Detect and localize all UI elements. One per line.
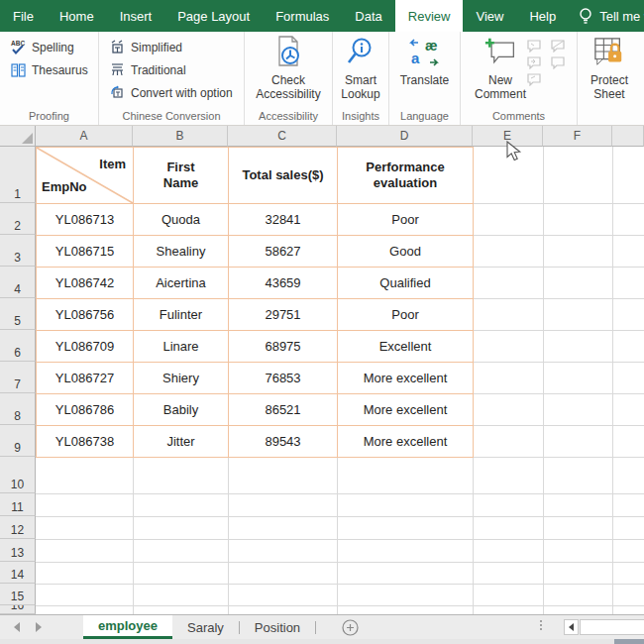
spelling-button[interactable]: ABC Spelling — [8, 38, 90, 56]
sheet-nav-right-icon[interactable] — [36, 622, 42, 632]
cell-b9[interactable]: Jitter — [134, 426, 229, 458]
simplified-button[interactable]: Simplified — [107, 38, 235, 56]
cell-c1[interactable]: Total sales($) — [229, 148, 338, 204]
row-header-4[interactable]: 4 — [0, 267, 36, 298]
menu-tab-formulas[interactable]: Formulas — [263, 0, 342, 32]
cell-c8[interactable]: 86521 — [229, 394, 338, 426]
column-header-e[interactable]: E — [473, 126, 543, 147]
new-sheet-button[interactable] — [342, 619, 359, 636]
menu-tab-data[interactable]: Data — [342, 0, 394, 32]
cell-a7[interactable]: YL086727 — [37, 363, 134, 394]
row-header-1[interactable]: 1 — [0, 147, 36, 203]
row-header-15[interactable]: 15 — [0, 584, 36, 605]
column-header-c[interactable]: C — [228, 126, 337, 147]
cell-b3[interactable]: Shealiny — [134, 236, 229, 268]
row-header-9[interactable]: 9 — [0, 425, 36, 457]
row-header-6[interactable]: 6 — [0, 330, 36, 362]
sheet-tab-position[interactable]: Position — [240, 615, 315, 639]
row-header-8[interactable]: 8 — [0, 393, 36, 425]
delete-comment-icon[interactable] — [526, 40, 542, 53]
cell-d1[interactable]: Performance evaluation — [338, 148, 474, 204]
select-all-button[interactable] — [0, 126, 36, 147]
cell-c3[interactable]: 58627 — [229, 236, 338, 268]
thesaurus-button[interactable]: Thesaurus — [8, 60, 90, 79]
show-all-comments-icon[interactable] — [526, 73, 542, 86]
cell-a4[interactable]: YL086742 — [37, 268, 134, 299]
menu-tab-review[interactable]: Review — [395, 0, 464, 32]
cell-b5[interactable]: Fulinter — [134, 299, 229, 331]
next-comment-icon[interactable] — [526, 56, 542, 69]
cell-a8[interactable]: YL086786 — [37, 394, 134, 426]
column-header-d[interactable]: D — [337, 126, 473, 147]
column-header-f[interactable]: F — [543, 126, 612, 147]
column-header-partial[interactable] — [612, 126, 644, 147]
cell-c4[interactable]: 43659 — [229, 268, 338, 299]
convert-with-option-button[interactable]: Convert with option — [107, 83, 235, 102]
translate-button[interactable]: æ a Translate — [400, 36, 450, 87]
menu-tab-help[interactable]: Help — [516, 0, 569, 32]
menu-tabs: FileHomeInsertPage LayoutFormulasDataRev… — [0, 0, 569, 32]
cell-b1[interactable]: First Name — [134, 148, 229, 204]
new-comment-button[interactable]: New Comment — [475, 36, 526, 101]
cell-d6[interactable]: Excellent — [338, 331, 474, 363]
comment-small-buttons — [526, 40, 572, 86]
sheetbar-resize-handle[interactable] — [540, 620, 542, 630]
row-header-14[interactable]: 14 — [0, 562, 36, 584]
menu-tab-view[interactable]: View — [463, 0, 516, 32]
row-header-3[interactable]: 3 — [0, 235, 36, 267]
sheet-nav-left-icon[interactable] — [14, 622, 20, 632]
row-header-5[interactable]: 5 — [0, 298, 36, 330]
cell-c5[interactable]: 29751 — [229, 299, 338, 331]
button-label-line1: Protect — [590, 73, 628, 87]
row-header-7[interactable]: 7 — [0, 362, 36, 393]
cell-b6[interactable]: Linare — [134, 331, 229, 363]
previous-comment-icon[interactable] — [550, 40, 566, 53]
check-accessibility-icon — [272, 36, 304, 69]
sheet-tab-saraly[interactable]: Saraly — [172, 615, 239, 639]
menu-tab-page-layout[interactable]: Page Layout — [164, 0, 263, 32]
menu-tab-file[interactable]: File — [0, 0, 47, 32]
menu-tab-home[interactable]: Home — [47, 0, 107, 32]
cell-b2[interactable]: Quoda — [134, 204, 229, 236]
cell-b7[interactable]: Shiery — [134, 363, 229, 394]
column-header-b[interactable]: B — [133, 126, 228, 147]
cell-a1[interactable]: ItemEmpNo — [37, 148, 134, 204]
cell-d7[interactable]: More excellent — [338, 363, 474, 394]
cell-c7[interactable]: 76853 — [229, 363, 338, 394]
cell-a5[interactable]: YL086756 — [37, 299, 134, 331]
cell-a6[interactable]: YL086709 — [37, 331, 134, 363]
row-header-12[interactable]: 12 — [0, 516, 36, 539]
smart-lookup-button[interactable]: Smart Lookup — [341, 36, 379, 101]
cell-a2[interactable]: YL086713 — [37, 204, 134, 236]
hscroll-track[interactable] — [580, 619, 644, 635]
cell-a3[interactable]: YL086715 — [37, 236, 134, 268]
row-header-13[interactable]: 13 — [0, 539, 36, 562]
row-header-11[interactable]: 11 — [0, 493, 36, 516]
check-accessibility-button[interactable]: Check Accessibility — [256, 36, 320, 101]
cell-d4[interactable]: Qualified — [338, 268, 474, 299]
cell-b4[interactable]: Aicertina — [134, 268, 229, 299]
row-header-16[interactable]: 16 — [0, 605, 36, 614]
tell-me-box[interactable]: Tell me w — [569, 0, 644, 32]
hscroll-left-button[interactable] — [564, 619, 579, 635]
cell-d5[interactable]: Poor — [338, 299, 474, 331]
cell-d2[interactable]: Poor — [338, 204, 474, 236]
cell-c9[interactable]: 89543 — [229, 426, 338, 458]
sheet-tab-employee[interactable]: employee — [83, 615, 172, 639]
show-hide-comment-icon[interactable] — [550, 56, 566, 69]
row-header-10[interactable]: 10 — [0, 457, 36, 493]
cell-d3[interactable]: Good — [338, 236, 474, 268]
cell-a9[interactable]: YL086738 — [37, 426, 134, 458]
column-header-a[interactable]: A — [36, 126, 133, 147]
protect-sheet-button[interactable]: Protect Sheet — [590, 36, 628, 101]
button-label-line2: Sheet — [593, 87, 624, 101]
cell-c2[interactable]: 32841 — [229, 204, 338, 236]
menu-tab-insert[interactable]: Insert — [107, 0, 165, 32]
traditional-button[interactable]: Traditional — [107, 60, 235, 79]
ribbon: ABC Spelling — [0, 32, 644, 126]
cell-b8[interactable]: Babily — [134, 394, 229, 426]
cell-d8[interactable]: More excellent — [338, 394, 474, 426]
cell-c6[interactable]: 68975 — [229, 331, 338, 363]
row-header-2[interactable]: 2 — [0, 203, 36, 235]
cell-d9[interactable]: More excellent — [338, 426, 474, 458]
